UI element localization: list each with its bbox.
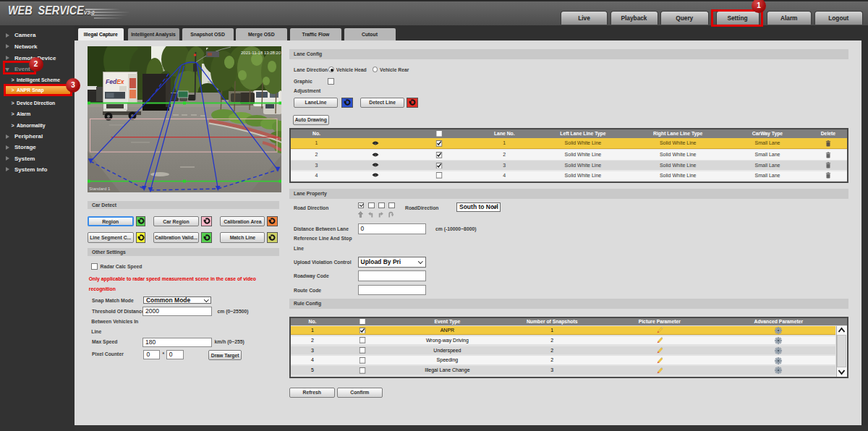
svg-text:FedEx: FedEx — [106, 78, 125, 85]
svg-text:2021-11-18 13:28:20: 2021-11-18 13:28:20 — [241, 51, 281, 55]
svg-text:Standard 1: Standard 1 — [89, 187, 111, 191]
